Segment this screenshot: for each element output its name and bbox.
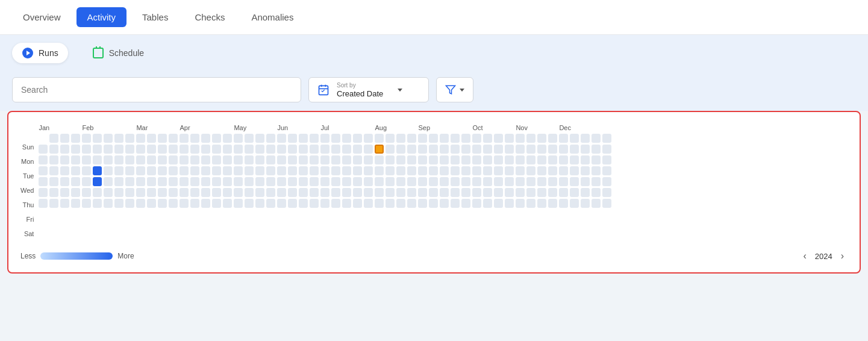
heatmap-cell (245, 155, 254, 164)
heatmap-cell (353, 177, 362, 186)
tab-anomalies[interactable]: Anomalies (240, 7, 304, 27)
heatmap-cell (104, 199, 113, 208)
day-label-wed: Wed (20, 184, 34, 196)
heatmap-cell (299, 166, 308, 175)
heatmap-cell (440, 155, 449, 164)
heatmap-cell (320, 155, 329, 164)
heatmap-cell (310, 177, 319, 186)
heatmap-cell (581, 145, 590, 154)
heatmap-cell (234, 166, 243, 175)
tab-checks[interactable]: Checks (184, 7, 236, 27)
heatmap-cell (592, 134, 601, 143)
heatmap-cell (494, 199, 503, 208)
week-column (461, 134, 470, 208)
heatmap-cell (331, 134, 340, 143)
heatmap-cell (429, 134, 438, 143)
year-nav: ‹ 2024 › (799, 249, 848, 263)
heatmap-cell (60, 188, 69, 197)
week-column (255, 134, 264, 208)
week-column (516, 134, 525, 208)
cells-grid (39, 134, 848, 208)
heatmap-cell (234, 155, 243, 164)
heatmap-cell (158, 188, 167, 197)
month-label-feb: Feb (82, 124, 136, 131)
heatmap-cell (39, 166, 48, 175)
subtab-runs[interactable]: Runs (12, 43, 68, 63)
heatmap-cell (483, 177, 492, 186)
heatmap-cell (114, 134, 123, 143)
heatmap-cell (494, 134, 503, 143)
heatmap-cell (169, 188, 178, 197)
heatmap-cell (49, 145, 58, 154)
heatmap-cell (386, 134, 395, 143)
heatmap-cell (190, 145, 199, 154)
heatmap-cell (396, 155, 405, 164)
week-column (71, 134, 80, 208)
sub-nav: Runs Schedule (0, 35, 868, 71)
heatmap-cell (180, 155, 189, 164)
month-label-aug: Aug (375, 124, 418, 131)
filter-button[interactable] (436, 77, 473, 102)
heatmap-cell (418, 134, 427, 143)
heatmap-cell (342, 155, 351, 164)
heatmap-cell (266, 155, 275, 164)
heatmap-cell (82, 188, 91, 197)
tab-overview[interactable]: Overview (12, 7, 72, 27)
heatmap-cell (71, 145, 80, 154)
heatmap-cell (353, 199, 362, 208)
heatmap-cell (234, 199, 243, 208)
heatmap-cell (223, 188, 232, 197)
heatmap-cell (505, 134, 514, 143)
heatmap-cell (136, 166, 145, 175)
sort-dropdown[interactable]: Sort by Created Date (308, 77, 429, 102)
subtab-schedule[interactable]: Schedule (83, 43, 154, 63)
week-column (147, 134, 156, 208)
heatmap-cell (223, 145, 232, 154)
year-prev-button[interactable]: ‹ (799, 249, 810, 263)
heatmap-cell (342, 134, 351, 143)
heatmap-cell (592, 145, 601, 154)
heatmap-cell (429, 166, 438, 175)
heatmap-cell (212, 155, 221, 164)
heatmap-cell (82, 166, 91, 175)
heatmap-cell (223, 166, 232, 175)
heatmap-cell (93, 145, 102, 154)
heatmap-cell (331, 199, 340, 208)
heatmap-cell (320, 188, 329, 197)
heatmap-cell (451, 134, 460, 143)
week-column (331, 134, 340, 208)
heatmap-cell (245, 166, 254, 175)
heatmap-cell (407, 166, 416, 175)
heatmap-cell (602, 177, 611, 186)
heatmap-cell (201, 166, 210, 175)
heatmap-cell (516, 188, 525, 197)
heatmap-cell (114, 199, 123, 208)
heatmap-cell (342, 177, 351, 186)
heatmap-cell (548, 177, 557, 186)
heatmap-cell (93, 199, 102, 208)
heatmap-cell (559, 145, 568, 154)
tab-tables[interactable]: Tables (131, 7, 179, 27)
heatmap-cell (559, 199, 568, 208)
search-input[interactable] (12, 77, 301, 102)
heatmap-cell (592, 166, 601, 175)
year-next-button[interactable]: › (837, 249, 848, 263)
week-column (375, 134, 384, 208)
tab-activity[interactable]: Activity (76, 7, 127, 27)
heatmap-cell (71, 166, 80, 175)
top-nav: Overview Activity Tables Checks Anomalie… (0, 0, 868, 35)
heatmap-cell (82, 145, 91, 154)
heatmap-cell (169, 177, 178, 186)
heatmap-cell (201, 134, 210, 143)
heatmap-cell (93, 155, 102, 164)
heatmap-cell (353, 134, 362, 143)
heatmap-cell (440, 188, 449, 197)
heatmap-cell (548, 134, 557, 143)
heatmap-cell (559, 177, 568, 186)
heatmap-cell (190, 166, 199, 175)
month-label-oct: Oct (472, 124, 516, 131)
heatmap-cell (526, 155, 535, 164)
week-column (49, 134, 58, 208)
heatmap-cell (472, 145, 481, 154)
week-column (114, 134, 123, 208)
